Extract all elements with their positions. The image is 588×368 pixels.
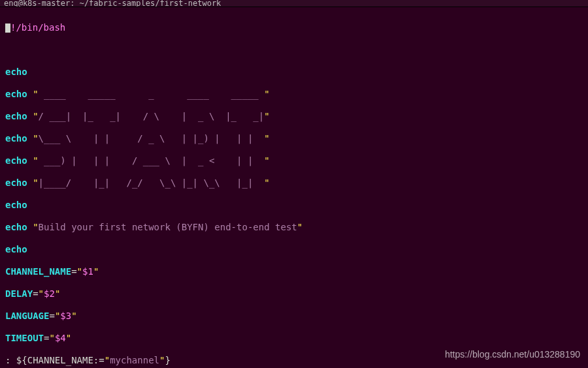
pos-arg: $4 xyxy=(55,333,66,343)
default-channel: : ${CHANNEL_NAME:= xyxy=(5,355,105,365)
pos-arg: $3 xyxy=(60,311,71,321)
ascii-art-line: / ___| |_ _| / \ | _ \ |_ _| xyxy=(39,111,265,121)
cursor xyxy=(5,23,10,33)
pos-arg: $2 xyxy=(44,288,55,299)
var-timeout: TIMEOUT xyxy=(5,333,44,343)
byfn-msg: Build your first network (BYFN) end-to-e… xyxy=(39,222,297,232)
ascii-art-line: \___ \ | | / _ \ | |_) | | | xyxy=(39,133,265,144)
pos-arg: $1 xyxy=(82,266,93,277)
ascii-art-line: |____/ |_| /_/ \_\ |_| \_\ |_| xyxy=(39,177,265,188)
var-channel: CHANNEL_NAME xyxy=(5,266,71,277)
ascii-art-line: ____ _____ _ ____ _____ xyxy=(39,89,265,99)
terminal-viewport[interactable]: !/bin/bash echo echo " ____ _____ _ ____… xyxy=(0,7,588,368)
watermark: https://blog.csdn.net/u013288190 xyxy=(445,349,580,360)
shebang: !/bin/bash xyxy=(10,22,65,33)
cmd-echo: echo xyxy=(5,67,27,77)
ascii-art-line: ___) | | | / ___ \ | _ < | | xyxy=(39,155,265,166)
var-language: LANGUAGE xyxy=(5,311,49,321)
var-delay: DELAY xyxy=(5,288,33,299)
window-title: eng@k8s-master: ~/fabric-samples/first-n… xyxy=(0,0,588,7)
